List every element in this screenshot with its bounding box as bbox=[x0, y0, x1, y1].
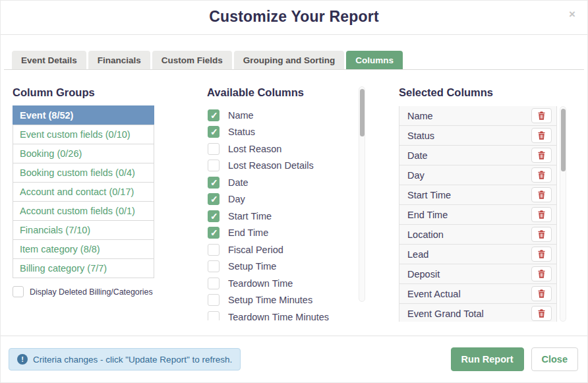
info-icon: ! bbox=[17, 354, 28, 365]
selected-column-row: End Time bbox=[399, 204, 557, 225]
column-groups-list: Event (8/52) Event custom fields (0/10) … bbox=[13, 105, 154, 278]
column-checkbox[interactable] bbox=[208, 227, 220, 239]
selected-columns-panel: Selected Columns Name bbox=[399, 86, 566, 322]
selected-column-row: Status bbox=[399, 125, 557, 146]
column-label: Teardown Time bbox=[228, 278, 293, 289]
column-label: Day bbox=[228, 194, 245, 204]
remove-column-button[interactable] bbox=[531, 128, 552, 143]
column-group-item[interactable]: Billing category (7/7) bbox=[13, 258, 154, 278]
column-group-item[interactable]: Account and contact (0/17) bbox=[13, 182, 154, 202]
column-checkbox[interactable] bbox=[208, 278, 220, 289]
trash-icon bbox=[538, 151, 545, 160]
selected-column-row: Lead bbox=[399, 244, 557, 264]
selected-column-label: Name bbox=[407, 111, 433, 121]
selected-column-label: Lead bbox=[407, 249, 428, 260]
column-label: Lost Reason bbox=[228, 144, 281, 154]
selected-column-label: End Time bbox=[407, 210, 448, 220]
column-label: Start Time bbox=[228, 211, 272, 221]
remove-column-button[interactable] bbox=[531, 227, 552, 242]
column-group-item[interactable]: Event (8/52) bbox=[13, 105, 154, 125]
trash-icon bbox=[538, 131, 545, 140]
column-group-item[interactable]: Booking (0/26) bbox=[13, 144, 154, 163]
tab[interactable]: Event Details bbox=[12, 51, 86, 69]
remove-column-button[interactable] bbox=[531, 167, 552, 183]
remove-column-button[interactable] bbox=[531, 306, 552, 321]
available-column-row: Date bbox=[208, 174, 357, 191]
available-column-row: Teardown Time Minutes bbox=[208, 309, 357, 320]
selected-column-label: Status bbox=[407, 131, 434, 141]
column-checkbox[interactable] bbox=[208, 193, 220, 205]
column-groups-panel: Column Groups Event (8/52) Event custom … bbox=[13, 86, 154, 297]
trash-icon bbox=[538, 111, 545, 120]
page-title: Customize Your Report bbox=[1, 1, 587, 26]
column-checkbox[interactable] bbox=[208, 177, 220, 189]
column-checkbox[interactable] bbox=[208, 294, 220, 306]
column-checkbox[interactable] bbox=[208, 160, 220, 171]
column-label: End Time bbox=[228, 227, 268, 238]
selected-scrollbar-track[interactable] bbox=[560, 106, 566, 322]
trash-icon bbox=[538, 230, 545, 239]
column-checkbox[interactable] bbox=[208, 210, 220, 222]
selected-column-label: Start Time bbox=[407, 190, 451, 200]
trash-icon bbox=[538, 191, 545, 199]
available-column-row: Teardown Time bbox=[208, 275, 357, 292]
close-icon[interactable]: × bbox=[569, 9, 575, 20]
available-columns-list: Name Status Lost Reason Lost Rea bbox=[207, 105, 370, 320]
remove-column-button[interactable] bbox=[531, 207, 552, 222]
column-checkbox[interactable] bbox=[208, 143, 220, 155]
available-columns-heading: Available Columns bbox=[207, 86, 370, 99]
selected-columns-list: Name Status bbox=[399, 106, 557, 322]
remove-column-button[interactable] bbox=[531, 286, 552, 301]
close-button[interactable]: Close bbox=[531, 347, 579, 371]
column-group-item[interactable]: Financials (7/10) bbox=[13, 220, 154, 240]
available-scrollbar-thumb[interactable] bbox=[360, 89, 365, 136]
remove-column-button[interactable] bbox=[531, 148, 552, 163]
available-column-row: Lost Reason Details bbox=[208, 158, 357, 175]
column-checkbox[interactable] bbox=[208, 109, 220, 121]
display-deleted-checkbox[interactable] bbox=[13, 286, 24, 297]
column-label: Date bbox=[228, 177, 249, 188]
selected-scrollbar-thumb[interactable] bbox=[561, 109, 566, 171]
selected-column-label: Day bbox=[407, 170, 425, 181]
column-label: Status bbox=[228, 127, 255, 137]
trash-icon bbox=[538, 309, 545, 318]
column-checkbox[interactable] bbox=[208, 244, 220, 256]
column-label: Teardown Time Minutes bbox=[228, 312, 329, 320]
main-content: Column Groups Event (8/52) Event custom … bbox=[1, 70, 587, 336]
display-deleted-label: Display Deleted Billing/Categories bbox=[30, 287, 153, 297]
remove-column-button[interactable] bbox=[531, 247, 552, 262]
trash-icon bbox=[538, 289, 545, 298]
modal-footer: ! Criteria changes - click "Update Repor… bbox=[1, 336, 587, 382]
trash-icon bbox=[538, 171, 545, 179]
tab[interactable]: Grouping and Sorting bbox=[234, 51, 344, 69]
run-report-button[interactable]: Run Report bbox=[451, 347, 524, 371]
available-scrollbar-track[interactable] bbox=[359, 86, 365, 302]
selected-column-row: Start Time bbox=[399, 185, 557, 205]
column-group-item[interactable]: Event custom fields (0/10) bbox=[13, 125, 154, 144]
remove-column-button[interactable] bbox=[531, 187, 552, 202]
remove-column-button[interactable] bbox=[531, 266, 552, 281]
available-column-row: Start Time bbox=[208, 208, 357, 225]
column-checkbox[interactable] bbox=[208, 126, 220, 138]
criteria-notice: ! Criteria changes - click "Update Repor… bbox=[9, 348, 241, 370]
column-group-item[interactable]: Account custom fields (0/1) bbox=[13, 201, 154, 221]
available-column-row: Fiscal Period bbox=[208, 241, 357, 258]
column-label: Name bbox=[228, 110, 254, 121]
notice-text: Criteria changes - click "Update Report"… bbox=[33, 355, 232, 365]
column-groups-heading: Column Groups bbox=[13, 86, 154, 99]
column-group-item[interactable]: Item category (8/8) bbox=[13, 239, 154, 259]
available-column-row: Day bbox=[208, 191, 357, 208]
tab[interactable]: Columns bbox=[346, 51, 403, 69]
column-label: Fiscal Period bbox=[228, 245, 283, 255]
remove-column-button[interactable] bbox=[531, 108, 552, 123]
selected-column-row: Name bbox=[399, 106, 557, 126]
column-group-item[interactable]: Booking custom fields (0/4) bbox=[13, 163, 154, 183]
available-column-row: Setup Time bbox=[208, 258, 357, 276]
selected-columns-heading: Selected Columns bbox=[399, 86, 566, 99]
column-label: Setup Time Minutes bbox=[228, 295, 312, 305]
tab[interactable]: Custom Fields bbox=[152, 51, 232, 69]
column-checkbox[interactable] bbox=[208, 260, 220, 272]
tab[interactable]: Financials bbox=[88, 51, 150, 69]
column-checkbox[interactable] bbox=[208, 311, 220, 320]
display-deleted-row: Display Deleted Billing/Categories bbox=[13, 286, 154, 297]
